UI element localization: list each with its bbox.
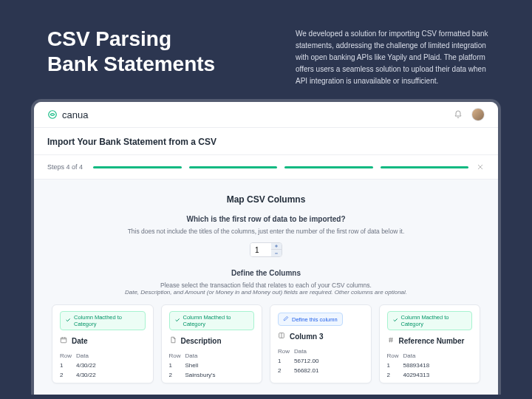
column-card[interactable]: Column Macthed to CategoryReference Numb… <box>379 304 481 383</box>
row-data: Shell <box>185 362 255 369</box>
row-data: 56682.01 <box>294 367 364 374</box>
row-data: Sainsbury's <box>185 372 255 378</box>
row-data: 40294313 <box>403 372 473 378</box>
row-number: 2 <box>278 367 291 374</box>
table-row: 158893418 <box>387 361 473 370</box>
svg-point-0 <box>49 111 57 119</box>
check-icon <box>392 317 398 324</box>
first-row-stepper[interactable] <box>250 242 282 257</box>
row-number: 1 <box>169 362 183 369</box>
first-row-hint: This does not include the titles of the … <box>52 228 480 235</box>
header-data: Data <box>294 348 364 355</box>
column-title: Description <box>181 337 222 345</box>
steps-label: Steps 4 of 4 <box>47 163 83 171</box>
table-header: RowData <box>60 351 146 361</box>
first-row-input[interactable] <box>250 243 271 256</box>
topbar: canua <box>34 102 498 128</box>
table-row: 1Shell <box>169 361 255 370</box>
step-bar-2 <box>189 166 277 168</box>
column-status-label: Column Macthed to Category <box>183 314 250 327</box>
step-bar-1 <box>93 166 181 168</box>
step-bar-3 <box>284 166 372 168</box>
column-icon <box>278 332 285 341</box>
column-title: Date <box>72 337 88 345</box>
edit-icon <box>283 316 289 323</box>
app-window: canua Import Your Bank Statement from a … <box>31 99 501 395</box>
define-columns-desc-2: Date, Description, and Amount (or Money … <box>52 289 480 296</box>
header-data: Data <box>403 352 473 359</box>
column-status-tag[interactable]: Column Macthed to Category <box>169 311 255 330</box>
column-status-label: Column Macthed to Category <box>74 314 140 327</box>
column-status-tag[interactable]: Define this column <box>278 313 343 326</box>
column-status-label: Column Macthed to Category <box>401 314 468 327</box>
row-number: 2 <box>387 372 400 378</box>
column-card[interactable]: Define this columnColumn 3RowData156712.… <box>270 304 372 383</box>
plus-icon <box>274 244 279 248</box>
row-data: 4/30/22 <box>76 372 146 378</box>
document-icon <box>169 336 177 345</box>
stepper-down-button[interactable] <box>271 250 282 256</box>
row-number: 2 <box>169 372 183 378</box>
table-row: 256682.01 <box>278 366 364 375</box>
step-progress: Steps 4 of 4 <box>34 155 498 180</box>
step-bar-4 <box>381 166 468 168</box>
column-card[interactable]: Column Macthed to CategoryDateRowData14/… <box>52 304 154 383</box>
header-row: Row <box>60 352 73 359</box>
column-title: Column 3 <box>290 332 324 341</box>
first-row-question: Which is the first row of data to be imp… <box>52 215 480 223</box>
table-header: RowData <box>387 351 473 361</box>
column-status-tag[interactable]: Column Macthed to Category <box>387 311 473 330</box>
header-data: Data <box>76 352 146 359</box>
column-status-tag[interactable]: Column Macthed to Category <box>60 311 146 330</box>
section-title: Map CSV Columns <box>52 194 480 205</box>
check-icon <box>65 317 71 324</box>
brand[interactable]: canua <box>47 109 88 120</box>
hero-description: We developed a solution for importing CS… <box>296 27 497 87</box>
brand-name: canua <box>62 109 88 120</box>
row-data: 56712.00 <box>294 358 364 364</box>
stepper-up-button[interactable] <box>271 243 282 250</box>
bell-icon[interactable] <box>454 110 463 119</box>
check-icon <box>174 317 180 324</box>
table-row: 2Sainsbury's <box>169 370 255 380</box>
hero-title-line1: CSV Parsing <box>47 27 171 50</box>
row-data: 58893418 <box>403 362 473 369</box>
table-row: 156712.00 <box>278 356 364 366</box>
define-columns-title: Define the Columns <box>52 269 480 277</box>
calendar-icon <box>60 336 67 345</box>
define-columns-desc-1: Please select the transaction field that… <box>52 282 480 289</box>
page-title: Import Your Bank Statement from a CSV <box>34 128 498 155</box>
close-icon[interactable] <box>476 163 485 171</box>
table-header: RowData <box>169 351 255 361</box>
row-number: 2 <box>60 372 73 378</box>
row-number: 1 <box>60 362 73 369</box>
table-row: 24/30/22 <box>60 370 146 380</box>
table-row: 14/30/22 <box>60 361 146 370</box>
brand-logo-icon <box>47 109 58 120</box>
header-row: Row <box>169 352 183 359</box>
avatar[interactable] <box>471 108 485 121</box>
header-row: Row <box>387 352 400 359</box>
header-data: Data <box>185 352 255 359</box>
row-data: 4/30/22 <box>76 362 146 369</box>
row-number: 1 <box>387 362 400 369</box>
minus-icon <box>274 251 279 256</box>
column-title: Reference Number <box>399 337 465 345</box>
hash-icon <box>387 336 395 345</box>
hero-title-line2: Bank Statements <box>47 52 215 75</box>
column-card[interactable]: Column Macthed to CategoryDescriptionRow… <box>161 304 263 383</box>
table-header: RowData <box>278 347 364 356</box>
column-status-label: Define this column <box>292 316 338 323</box>
svg-rect-1 <box>61 338 66 343</box>
table-row: 240294313 <box>387 370 473 380</box>
row-number: 1 <box>278 358 291 364</box>
header-row: Row <box>278 348 291 355</box>
